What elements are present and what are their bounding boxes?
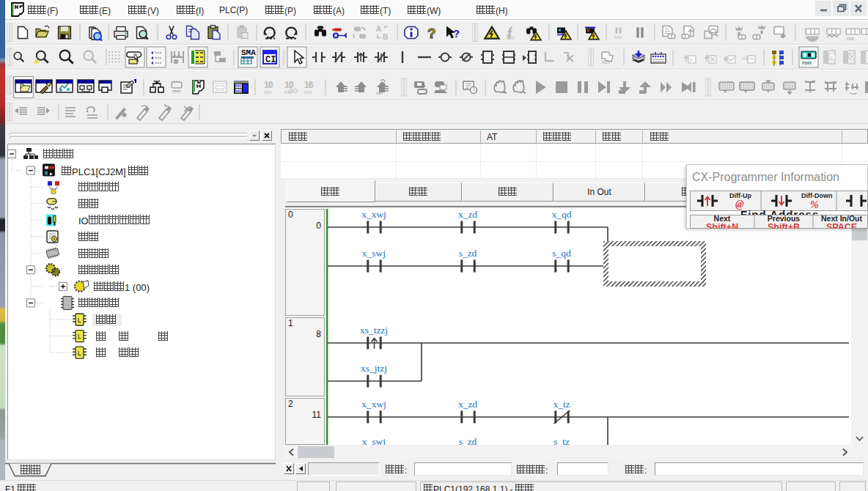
svg-text:0: 0 (316, 221, 321, 231)
svg-text:Shift+N: Shift+N (706, 222, 738, 229)
svg-text:11: 11 (312, 410, 322, 420)
svg-text:SMA: SMA (241, 48, 256, 57)
svg-text:s_tz: s_tz (553, 436, 570, 445)
svg-text:?: ? (427, 26, 436, 41)
svg-text:ron: ron (802, 59, 812, 66)
svg-text:Shift+B: Shift+B (768, 222, 800, 229)
svg-text:CI: CI (265, 55, 276, 65)
svg-text:Diff-Down: Diff-Down (801, 192, 833, 199)
svg-text:???: ??? (172, 90, 180, 95)
svg-text:s_zd: s_zd (459, 248, 477, 259)
svg-text:10: 10 (284, 80, 294, 90)
svg-text:x_qd: x_qd (552, 209, 572, 220)
svg-text:z: z (831, 53, 834, 60)
svg-text:x_zd: x_zd (458, 399, 477, 410)
svg-text:s_zd: s_zd (459, 436, 477, 445)
svg-text:16: 16 (304, 80, 314, 90)
svg-text:L: L (78, 350, 81, 358)
svg-text:z: z (690, 56, 693, 63)
svg-text:x_swj: x_swj (362, 436, 386, 445)
svg-text:x_xwj: x_xwj (361, 209, 386, 220)
svg-text:SPACE: SPACE (826, 222, 857, 229)
svg-text:001: 001 (235, 84, 242, 88)
svg-text:?: ? (453, 27, 460, 40)
svg-text:ron: ron (284, 89, 292, 95)
svg-text:x_swj: x_swj (362, 248, 386, 259)
svg-text:0: 0 (288, 210, 293, 220)
svg-text:10: 10 (264, 80, 273, 90)
svg-text:ron: ron (614, 34, 622, 40)
svg-text:L: L (78, 333, 81, 341)
svg-text:8: 8 (316, 329, 321, 339)
svg-text:B: B (383, 33, 388, 41)
svg-text:L: L (78, 317, 81, 325)
svg-text:002: 002 (235, 89, 242, 93)
svg-text:ron: ron (264, 89, 271, 95)
svg-text:s_qd: s_qd (552, 248, 571, 259)
svg-text:x_xwj: x_xwj (361, 399, 386, 410)
svg-text:x_tz: x_tz (553, 399, 570, 410)
svg-text:xs_tzzj: xs_tzzj (360, 325, 388, 336)
svg-text:A: A (376, 25, 381, 33)
svg-text:2: 2 (288, 399, 293, 409)
svg-text:w: w (133, 52, 138, 57)
svg-text:x_zd: x_zd (458, 209, 477, 220)
svg-text:ron: ron (602, 59, 609, 64)
svg-text:ron: ron (507, 35, 514, 40)
svg-text:ron: ron (304, 89, 312, 95)
svg-text:ron: ron (847, 36, 854, 41)
svg-text:1: 1 (288, 318, 293, 328)
svg-text:ron: ron (376, 91, 383, 95)
svg-text:xs_jtzj: xs_jtzj (361, 363, 387, 374)
